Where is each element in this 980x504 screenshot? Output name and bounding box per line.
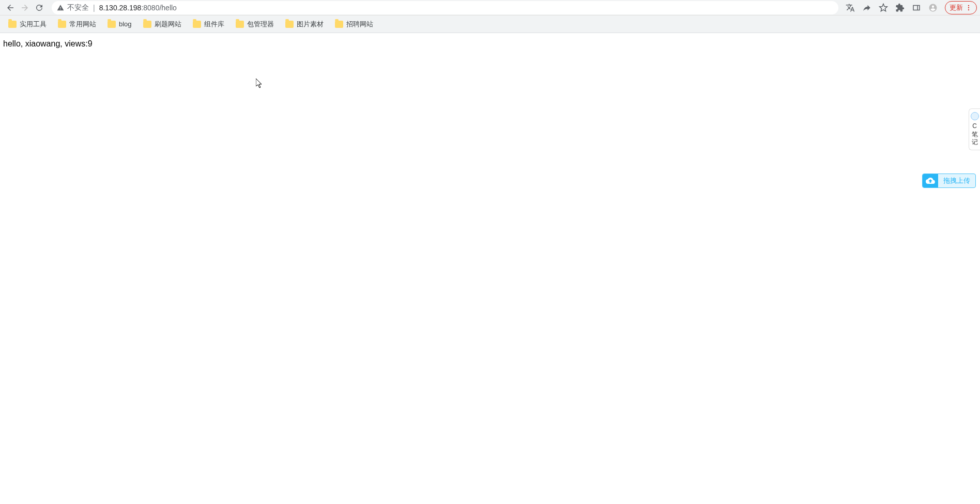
- security-status[interactable]: 不安全: [57, 3, 89, 12]
- extensions-icon[interactable]: [892, 0, 908, 15]
- bookmark-item[interactable]: 包管理器: [232, 17, 278, 32]
- profile-icon[interactable]: [925, 0, 941, 15]
- folder-icon: [8, 21, 17, 28]
- svg-point-2: [968, 7, 969, 8]
- address-port-path: :8080/hello: [141, 4, 177, 12]
- cursor-icon: [256, 78, 263, 89]
- svg-point-3: [968, 9, 969, 10]
- address-bar[interactable]: 不安全 | 8.130.28.198:8080/hello: [52, 1, 838, 14]
- page-body: hello, xiaowang, views:9: [0, 33, 980, 55]
- menu-dots-icon: [965, 4, 972, 11]
- folder-icon: [335, 21, 343, 28]
- warning-icon: [57, 4, 64, 11]
- security-label: 不安全: [67, 3, 89, 12]
- bookmark-item[interactable]: 组件库: [189, 17, 228, 32]
- bookmark-label: blog: [119, 20, 132, 28]
- bookmark-item[interactable]: 图片素材: [281, 17, 328, 32]
- browser-toolbar: 不安全 | 8.130.28.198:8080/hello 更新: [0, 0, 980, 15]
- side-widget-line: 记: [970, 138, 979, 147]
- address-separator: |: [93, 4, 95, 12]
- bookmark-item[interactable]: 常用网站: [54, 17, 100, 32]
- side-widget-line: 笔: [970, 131, 979, 139]
- svg-point-1: [968, 5, 969, 6]
- side-panel-icon[interactable]: [909, 0, 924, 15]
- bookmark-label: 实用工具: [20, 20, 47, 29]
- side-widget-line: C: [970, 122, 979, 131]
- bookmark-label: 刷题网站: [155, 20, 181, 29]
- update-label: 更新: [950, 3, 963, 12]
- bookmark-item[interactable]: 实用工具: [4, 17, 51, 32]
- folder-icon: [108, 21, 116, 28]
- bookmark-label: 包管理器: [247, 20, 274, 29]
- address-host: 8.130.28.198: [99, 4, 142, 12]
- bookmark-star-icon[interactable]: [876, 0, 891, 15]
- bookmark-label: 招聘网站: [346, 20, 373, 29]
- folder-icon: [193, 21, 201, 28]
- folder-icon: [285, 21, 294, 28]
- bookmark-label: 图片素材: [297, 20, 324, 29]
- forward-button[interactable]: [18, 1, 32, 15]
- share-icon[interactable]: [859, 0, 875, 15]
- drag-upload-widget[interactable]: 拖拽上传: [922, 174, 976, 188]
- body-text: hello, xiaowang, views:9: [3, 39, 93, 48]
- side-widget-icon: [971, 112, 979, 120]
- bookmark-item[interactable]: blog: [103, 17, 136, 32]
- folder-icon: [236, 21, 244, 28]
- bookmarks-bar: 实用工具 常用网站 blog 刷题网站 组件库 包管理器 图片素材 招聘网站: [0, 15, 980, 33]
- side-note-widget[interactable]: C 笔 记: [969, 108, 980, 150]
- cloud-upload-icon: [923, 174, 938, 187]
- bookmark-item[interactable]: 招聘网站: [331, 17, 377, 32]
- translate-icon[interactable]: [843, 0, 858, 15]
- bookmark-label: 组件库: [204, 20, 224, 29]
- folder-icon: [143, 21, 151, 28]
- back-button[interactable]: [3, 1, 18, 15]
- toolbar-right: 更新: [843, 0, 977, 15]
- update-button[interactable]: 更新: [945, 1, 977, 14]
- bookmark-label: 常用网站: [69, 20, 96, 29]
- upload-label: 拖拽上传: [938, 174, 975, 187]
- bookmark-item[interactable]: 刷题网站: [139, 17, 186, 32]
- folder-icon: [58, 21, 66, 28]
- reload-button[interactable]: [32, 1, 47, 15]
